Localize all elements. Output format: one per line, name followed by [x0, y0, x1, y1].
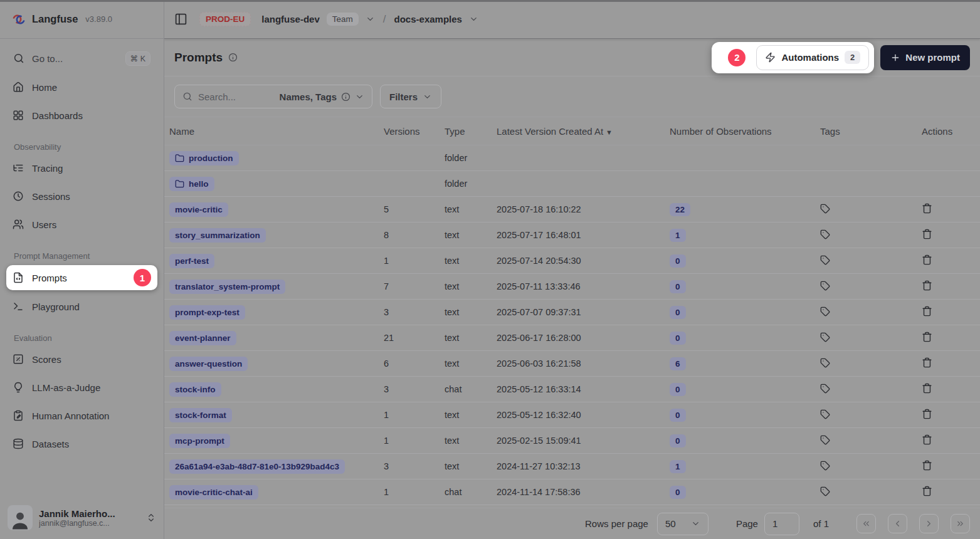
delete-button[interactable]: [922, 434, 932, 445]
org-name[interactable]: langfuse-dev: [261, 14, 320, 24]
prompt-name-badge[interactable]: prompt-exp-test: [169, 305, 245, 320]
tag-icon[interactable]: [820, 281, 830, 291]
tag-icon[interactable]: [820, 358, 830, 368]
last-page-button[interactable]: [951, 514, 970, 533]
delete-button[interactable]: [922, 332, 932, 342]
sidebar-item-dashboards[interactable]: Dashboards: [6, 103, 157, 127]
sidebar-item-human-annotation[interactable]: Human Annotation: [6, 404, 157, 427]
tag-icon[interactable]: [820, 486, 830, 496]
sidebar-nav: HomeDashboardsObservabilityTracingSessio…: [0, 71, 164, 499]
sidebar-item-sessions[interactable]: Sessions: [6, 184, 157, 208]
goto-search-trigger[interactable]: Go to... ⌘ K: [8, 47, 156, 70]
sidebar-item-label: Home: [32, 82, 57, 93]
delete-button[interactable]: [922, 460, 932, 471]
table-row[interactable]: perf-test1text2025-07-14 20:54:300: [164, 248, 980, 274]
previous-page-button[interactable]: [888, 514, 907, 533]
table-row[interactable]: 26a61a94-e3ab-48d7-81e0-13b929bad4c33tex…: [164, 454, 980, 479]
new-prompt-button[interactable]: New prompt: [880, 45, 970, 70]
folder-badge[interactable]: production: [169, 151, 239, 165]
delete-button[interactable]: [922, 254, 932, 265]
tag-icon[interactable]: [820, 255, 830, 265]
tag-icon[interactable]: [820, 461, 830, 471]
latest-version-cell: 2024-11-27 10:32:13: [492, 461, 665, 471]
delete-button[interactable]: [922, 229, 932, 239]
delete-button[interactable]: [922, 409, 932, 419]
automations-button[interactable]: Automations 2: [756, 45, 869, 70]
prompt-name-badge[interactable]: stock-info: [169, 382, 221, 397]
tag-icon[interactable]: [820, 435, 830, 445]
first-page-button[interactable]: [856, 514, 876, 533]
rows-per-page-select[interactable]: 50: [657, 513, 709, 535]
table-row[interactable]: stock-format1text2025-05-12 16:32:400: [164, 402, 980, 428]
project-name[interactable]: docs-examples: [394, 14, 462, 24]
prompt-name-label: stock-info: [175, 385, 216, 394]
delete-button[interactable]: [922, 383, 932, 394]
tags-cell: [815, 281, 917, 293]
plus-icon: [890, 53, 900, 63]
sidebar-item-datasets[interactable]: Datasets: [6, 432, 157, 456]
prompt-name-badge[interactable]: movie-critic-chat-ai: [169, 485, 258, 500]
table-row[interactable]: movie-critic-chat-ai1chat2024-11-14 17:5…: [164, 479, 980, 505]
table-row[interactable]: story_summarization8text2025-07-17 16:48…: [164, 222, 980, 248]
prompt-name-badge[interactable]: event-planner: [169, 331, 236, 345]
prompt-name-badge[interactable]: 26a61a94-e3ab-48d7-81e0-13b929bad4c3: [169, 459, 345, 474]
tag-icon[interactable]: [820, 306, 830, 317]
table-row[interactable]: mcp-prompt1text2025-02-15 15:09:410: [164, 428, 980, 454]
table-row[interactable]: prompt-exp-test3text2025-07-07 09:37:310: [164, 300, 980, 325]
org-chevron-down-icon[interactable]: [366, 14, 375, 24]
chevron-left-icon: [893, 519, 902, 528]
filters-button[interactable]: Filters: [380, 85, 441, 108]
delete-button[interactable]: [922, 357, 932, 368]
tag-icon[interactable]: [820, 204, 830, 214]
sidebar-item-scores[interactable]: Scores: [6, 347, 157, 371]
prompt-name-badge[interactable]: movie-critic: [169, 202, 228, 217]
next-page-button[interactable]: [919, 514, 939, 533]
sidebar-item-prompts[interactable]: Prompts1: [6, 265, 157, 290]
user-menu[interactable]: Jannik Maierho... jannik@langfuse.c...: [0, 499, 164, 539]
tag-icon[interactable]: [820, 332, 830, 342]
sidebar-item-home[interactable]: Home: [6, 75, 157, 99]
versions-cell: 1: [379, 256, 440, 266]
sidebar-item-llm-as-a-judge[interactable]: LLM-as-a-Judge: [6, 375, 157, 399]
sidebar-item-playground[interactable]: Playground: [6, 295, 157, 318]
table-row[interactable]: answer-question6text2025-06-03 16:21:586: [164, 351, 980, 377]
table-row[interactable]: event-planner21text2025-06-17 16:28:000: [164, 325, 980, 351]
column-header-latest-version[interactable]: Latest Version Created At▼: [492, 126, 665, 137]
sidebar-toggle-icon[interactable]: [174, 13, 187, 26]
user-meta: Jannik Maierho... jannik@langfuse.c...: [39, 508, 115, 528]
tag-icon[interactable]: [820, 409, 830, 419]
table-row[interactable]: stock-info3chat2025-05-12 16:33:140: [164, 377, 980, 402]
search-scope-dropdown[interactable]: Names, Tags: [280, 92, 364, 102]
prompt-name-badge[interactable]: translator_system-prompt: [169, 280, 285, 294]
actions-cell: [917, 357, 980, 370]
prompt-name-badge[interactable]: answer-question: [169, 357, 248, 371]
search-input[interactable]: [198, 92, 274, 102]
column-header-actions: Actions: [917, 126, 980, 137]
delete-button[interactable]: [922, 280, 932, 291]
prompt-name-badge[interactable]: perf-test: [169, 254, 214, 268]
page-number-input[interactable]: [764, 513, 799, 535]
user-name: Jannik Maierho...: [39, 508, 115, 519]
prompt-name-badge[interactable]: mcp-prompt: [169, 434, 230, 448]
folder-badge[interactable]: hello: [169, 177, 214, 191]
column-header-name: Name: [164, 126, 379, 137]
sidebar-section-label: Prompt Management: [0, 251, 164, 261]
tag-icon[interactable]: [820, 229, 830, 239]
page-total-label: of 1: [813, 518, 829, 529]
table-row[interactable]: hellofolder: [164, 171, 980, 197]
project-chevron-down-icon[interactable]: [469, 14, 478, 24]
tag-icon[interactable]: [820, 384, 830, 394]
search-box[interactable]: Names, Tags: [174, 85, 372, 108]
database-icon: [13, 438, 24, 449]
delete-button[interactable]: [922, 486, 932, 496]
sidebar-item-tracing[interactable]: Tracing: [6, 156, 157, 180]
prompt-name-badge[interactable]: story_summarization: [169, 228, 266, 243]
delete-button[interactable]: [922, 203, 932, 214]
table-row[interactable]: productionfolder: [164, 145, 980, 171]
table-row[interactable]: movie-critic5text2025-07-18 16:10:2222: [164, 197, 980, 222]
sidebar-item-users[interactable]: Users: [6, 212, 157, 236]
prompt-name-badge[interactable]: stock-format: [169, 408, 232, 422]
table-row[interactable]: translator_system-prompt7text2025-07-11 …: [164, 274, 980, 300]
delete-button[interactable]: [922, 306, 932, 317]
percent-square-icon: [13, 353, 24, 365]
